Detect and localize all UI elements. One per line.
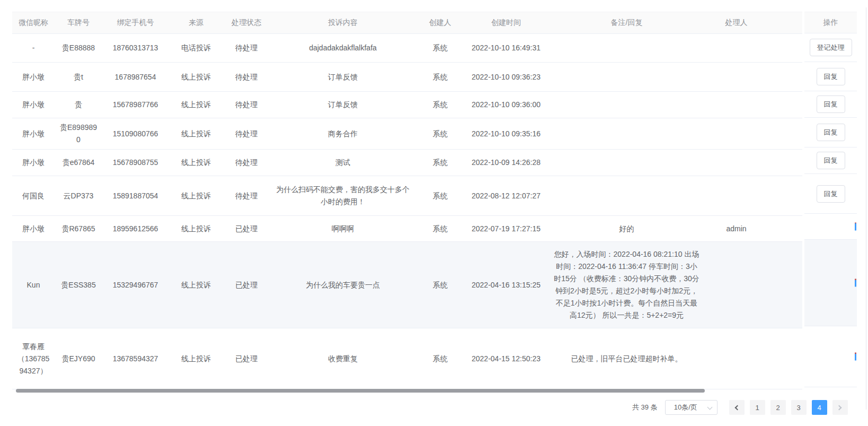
cell-content: 收费重复	[269, 328, 417, 389]
page-size-select[interactable]: 10条/页	[665, 400, 718, 415]
page-button-1[interactable]: 1	[750, 400, 765, 415]
cell-created-time: 2022-10-10 09:36:00	[464, 92, 548, 118]
cell-remark: 已处理，旧平台已处理超时补单。	[548, 328, 705, 389]
complaints-table-grid: 微信昵称 车牌号 绑定手机号 来源 处理状态 投诉内容 创建人 创建时间 备注/…	[12, 12, 802, 389]
chevron-right-icon	[837, 405, 842, 410]
reply-button[interactable]: 回复	[817, 185, 845, 203]
cell-remark	[548, 92, 705, 118]
cell-remark	[548, 118, 705, 150]
column-header-created-time: 创建时间	[464, 12, 548, 34]
cell-handler	[705, 34, 768, 63]
cell-status: 待处理	[224, 34, 269, 63]
horizontal-scrollbar-thumb[interactable]	[16, 389, 705, 393]
column-header-source: 来源	[169, 12, 224, 34]
operation-cell: 回复	[804, 62, 857, 91]
chevron-left-icon	[735, 405, 740, 410]
operation-cell	[804, 240, 857, 326]
window-edge-divider	[866, 7, 866, 410]
cell-created-time: 2022-10-10 09:35:16	[464, 118, 548, 150]
cell-handler	[705, 176, 768, 216]
cell-phone: 13678594327	[102, 328, 169, 389]
pagination-bar: 共 39 条 10条/页 1 2 3 4	[632, 400, 848, 415]
register-process-button[interactable]: 登记处理	[810, 39, 852, 56]
table-row: 胖小墩 贵 15678987766 线上投诉 待处理 订单反馈 系统 2022-…	[12, 92, 802, 118]
cell-creator: 系统	[417, 63, 464, 92]
reply-button[interactable]: 回复	[817, 152, 845, 169]
cell-content: 测试	[269, 150, 417, 176]
cell-phone: 1678987654	[102, 63, 169, 92]
cell-nickname: 胖小墩	[12, 92, 55, 118]
column-header-wechat-nickname: 微信昵称	[12, 12, 55, 34]
cell-handler	[705, 63, 768, 92]
operation-cell	[804, 326, 857, 387]
page-button-3[interactable]: 3	[791, 400, 807, 415]
cell-creator: 系统	[417, 176, 464, 216]
table-row: 胖小墩 贵t 1678987654 线上投诉 待处理 订单反馈 系统 2022-…	[12, 63, 802, 92]
operation-cell: 登记处理	[804, 33, 857, 62]
cell-source: 线上投诉	[169, 63, 224, 92]
cell-phone: 18959612566	[102, 216, 169, 242]
column-header-status: 处理状态	[224, 12, 269, 34]
reply-button[interactable]: 回复	[817, 124, 845, 141]
cell-source: 线上投诉	[169, 328, 224, 389]
cell-remark	[548, 63, 705, 92]
cell-creator: 系统	[417, 92, 464, 118]
cell-remark: 您好，入场时间：2022-04-16 08:21:10 出场时间：2022-04…	[548, 242, 705, 328]
cell-remark	[548, 150, 705, 176]
page-button-4-active[interactable]: 4	[812, 400, 827, 415]
cell-handler	[705, 92, 768, 118]
cell-plate: 贵	[55, 92, 102, 118]
cell-content: 订单反馈	[269, 63, 417, 92]
column-header-content: 投诉内容	[269, 12, 417, 34]
cell-plate: 贵E88888	[55, 34, 102, 63]
cell-handler	[705, 328, 768, 389]
cell-plate: 贵R67865	[55, 216, 102, 242]
column-header-phone: 绑定手机号	[102, 12, 169, 34]
cell-nickname: 胖小墩	[12, 118, 55, 150]
cell-content: 为什么扫码不能交费，害的我多交十多个小时的费用！	[269, 176, 417, 216]
cell-nickname: 胖小墩	[12, 216, 55, 242]
cell-handler	[705, 242, 768, 328]
table-row: 胖小墩 贵E8989890 15109080766 线上投诉 待处理 商务合作 …	[12, 118, 802, 150]
table-row: 胖小墩 贵e67864 15678908755 线上投诉 待处理 测试 系统 2…	[12, 150, 802, 176]
clipped-action-indicator	[855, 279, 856, 287]
cell-content: 为什么我的车要贵一点	[269, 242, 417, 328]
cell-status: 已处理	[224, 216, 269, 242]
reply-button[interactable]: 回复	[817, 95, 845, 113]
page-button-2[interactable]: 2	[770, 400, 786, 415]
cell-status: 待处理	[224, 92, 269, 118]
operation-cell: 回复	[804, 118, 857, 147]
cell-nickname: 胖小墩	[12, 150, 55, 176]
cell-nickname: 何国良	[12, 176, 55, 216]
clipped-action-indicator	[855, 353, 856, 361]
cell-creator: 系统	[417, 328, 464, 389]
reply-button[interactable]: 回复	[817, 68, 845, 85]
table-row: 胖小墩 贵R67865 18959612566 线上投诉 已处理 啊啊啊 系统 …	[12, 216, 802, 242]
cell-nickname: Kun	[12, 242, 55, 328]
cell-creator: 系统	[417, 150, 464, 176]
cell-created-time: 2022-04-15 12:50:23	[464, 328, 548, 389]
cell-plate: 云DP373	[55, 176, 102, 216]
cell-creator: 系统	[417, 34, 464, 63]
column-header-operation: 操作	[804, 12, 857, 33]
cell-source: 线上投诉	[169, 118, 224, 150]
page-size-value: 10条/页	[674, 403, 697, 411]
cell-plate: 贵ESS385	[55, 242, 102, 328]
cell-status: 待处理	[224, 150, 269, 176]
next-page-button[interactable]	[832, 400, 848, 415]
cell-nickname: 胖小墩	[12, 63, 55, 92]
cell-plate: 贵E8989890	[55, 118, 102, 150]
table-row: 覃春雁（13678594327） 贵EJY690 13678594327 线上投…	[12, 328, 802, 389]
cell-created-time: 2022-10-10 09:36:23	[464, 63, 548, 92]
cell-remark	[548, 176, 705, 216]
cell-handler: admin	[705, 216, 768, 242]
pagination-total: 共 39 条	[632, 403, 658, 412]
cell-phone: 15678987766	[102, 92, 169, 118]
operation-cell	[804, 214, 857, 240]
cell-handler	[705, 118, 768, 150]
cell-created-time: 2022-07-19 17:27:15	[464, 216, 548, 242]
cell-created-time: 2022-10-09 14:26:28	[464, 150, 548, 176]
cell-source: 线上投诉	[169, 242, 224, 328]
prev-page-button[interactable]	[729, 400, 745, 415]
cell-phone: 15678908755	[102, 150, 169, 176]
